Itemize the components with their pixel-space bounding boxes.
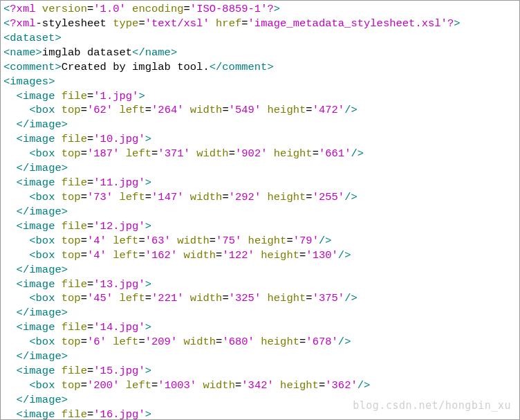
xml-source: <?xml version='1.0' encoding='ISO-8859-1… xyxy=(1,1,519,420)
